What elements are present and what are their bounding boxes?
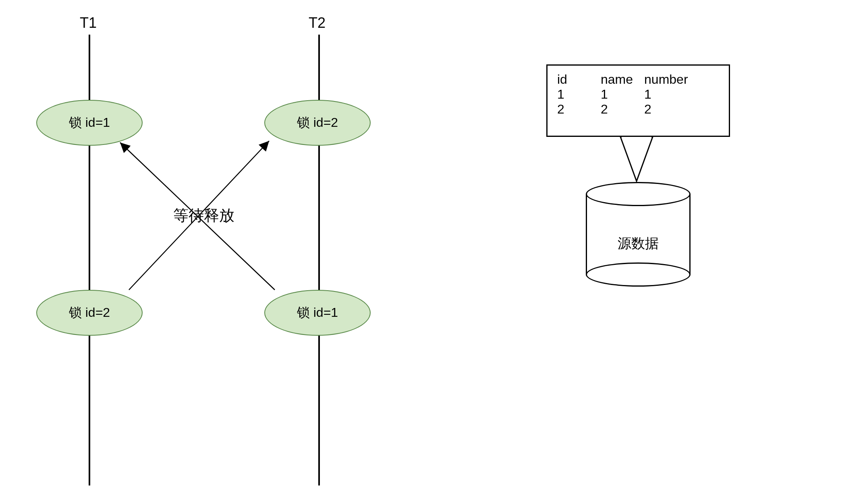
lock-label: 锁 id=2 [69, 304, 110, 322]
lock-ellipse-t2-bottom: 锁 id=1 [264, 290, 371, 336]
lock-ellipse-t1-top: 锁 id=1 [36, 100, 143, 146]
lock-ellipse-t2-top: 锁 id=2 [264, 100, 371, 146]
table-header-row: id name number [557, 72, 719, 87]
thread-t1-label: T1 [80, 14, 97, 31]
thread-t2-label: T2 [309, 14, 326, 31]
waiting-release-label: 等待释放 [173, 205, 234, 226]
lock-label: 锁 id=1 [297, 304, 338, 322]
lock-label: 锁 id=1 [69, 114, 110, 132]
table-cell: 2 [644, 102, 676, 117]
lock-label: 锁 id=2 [297, 114, 338, 132]
table-cell: 1 [644, 87, 676, 102]
table-header: id [557, 72, 589, 87]
data-table-box: id name number 1 1 1 2 2 2 [546, 64, 730, 137]
table-header: number [644, 72, 688, 87]
table-cell: 1 [601, 87, 633, 102]
database-cylinder-icon: 源数据 [586, 182, 691, 287]
diagram-canvas: T1 T2 锁 id=1 锁 id=2 锁 id=2 锁 id=1 等待释放 [0, 0, 867, 504]
table-cell: 2 [601, 102, 633, 117]
table-row: 1 1 1 [557, 87, 719, 102]
table-cell: 1 [557, 87, 589, 102]
table-row: 2 2 2 [557, 102, 719, 117]
cylinder-label: 源数据 [586, 234, 691, 253]
table-header: name [601, 72, 633, 87]
lock-ellipse-t1-bottom: 锁 id=2 [36, 290, 143, 336]
table-cell: 2 [557, 102, 589, 117]
speech-pointer [620, 137, 653, 181]
arrow-layer [0, 0, 867, 504]
